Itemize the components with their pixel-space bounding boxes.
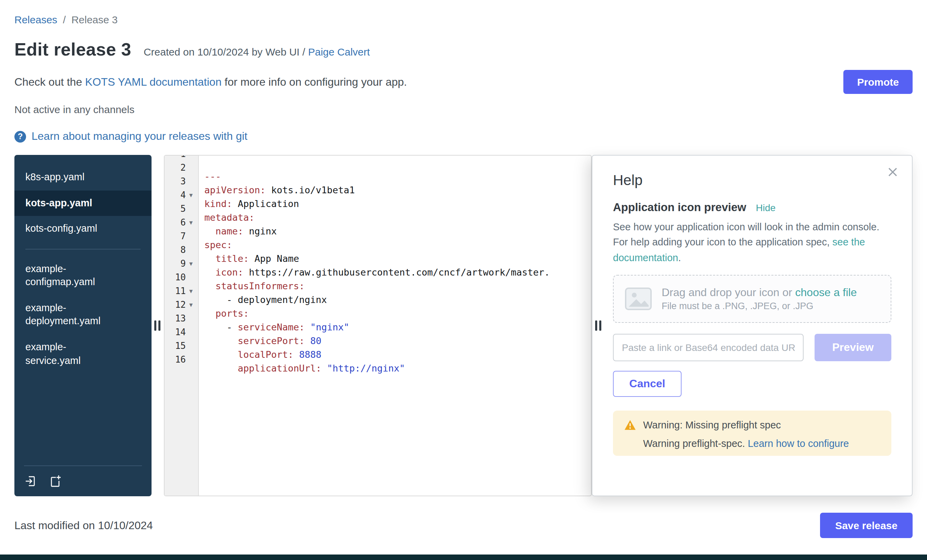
hide-link[interactable]: Hide [756, 202, 776, 213]
git-help-link[interactable]: Learn about managing your releases with … [32, 130, 248, 143]
fold-spacer [186, 202, 196, 216]
code-line[interactable] [204, 375, 591, 389]
line-number: 14 [168, 326, 186, 339]
question-circle-icon: ? [14, 131, 26, 142]
code-line[interactable]: name: nginx [204, 224, 591, 238]
kots-docs-link[interactable]: KOTS YAML documentation [85, 76, 222, 87]
code-token [204, 226, 216, 237]
code-line[interactable]: statusInformers: [204, 279, 591, 293]
sidebar-file-k8s-app.yaml[interactable]: k8s-app.yaml [14, 164, 152, 190]
fold-arrow-icon[interactable]: ▾ [186, 216, 196, 230]
bottom-strip [0, 554, 927, 560]
upload-file-icon[interactable] [24, 474, 38, 488]
breadcrumb-releases-link[interactable]: Releases [14, 14, 57, 25]
sidebar-file-kots-config.yaml[interactable]: kots-config.yaml [14, 216, 152, 241]
code-token: --- [204, 171, 221, 182]
docs-row: Check out the KOTS YAML documentation fo… [14, 70, 913, 94]
fold-spacer [186, 230, 196, 243]
icon-preview-title: Application icon preview [613, 201, 746, 214]
fold-arrow-icon[interactable]: ▾ [186, 257, 196, 271]
line-number: 7 [168, 230, 186, 243]
save-release-button[interactable]: Save release [820, 513, 913, 538]
yaml-editor[interactable]: 1234▾56▾789▾1011▾12▾13141516 ---apiVersi… [164, 155, 592, 496]
close-icon[interactable] [887, 167, 898, 178]
gutter-line: 12▾ [164, 298, 198, 312]
line-number: 11 [168, 284, 186, 298]
code-line[interactable]: ports: [204, 307, 591, 320]
gutter-line: 2 [164, 161, 198, 175]
code-line[interactable]: - serviceName: "nginx" [204, 320, 591, 334]
preview-button[interactable]: Preview [815, 334, 891, 361]
warning-body-text: Warning preflight-spec. [643, 439, 748, 449]
fold-spacer [186, 312, 196, 326]
dropzone-prompt: Drag and drop your icon or choose a file [662, 287, 857, 299]
sidebar-file-example-deployment.yaml[interactable]: example-deployment.yaml [14, 296, 152, 334]
fold-arrow-icon[interactable]: ▾ [186, 298, 196, 312]
editor-code-area[interactable]: ---apiVersion: kots.io/v1beta1kind: Appl… [199, 156, 591, 496]
git-help-row[interactable]: ? Learn about managing your releases wit… [14, 130, 913, 143]
sidebar-file-example-configmap.yaml[interactable]: example-configmap.yaml [14, 256, 152, 295]
sidebar-resize-handle[interactable] [153, 318, 162, 334]
fold-arrow-icon[interactable]: ▾ [186, 284, 196, 298]
warning-triangle-icon [624, 420, 636, 431]
code-line[interactable]: - deployment/nginx [204, 293, 591, 307]
fold-arrow-icon[interactable]: ▾ [186, 188, 196, 202]
page-content: Releases / Release 3 Edit release 3 Crea… [0, 0, 927, 496]
breadcrumb: Releases / Release 3 [14, 14, 913, 25]
release-editor-area: k8s-app.yamlkots-app.yamlkots-config.yam… [14, 155, 913, 496]
gutter-line: 11▾ [164, 284, 198, 298]
line-number: 8 [168, 243, 186, 257]
learn-configure-link[interactable]: Learn how to configure [748, 439, 849, 449]
code-line[interactable]: kind: Application [204, 197, 591, 211]
line-number: 4 [168, 188, 186, 202]
sidebar-file-kots-app.yaml[interactable]: kots-app.yaml [14, 190, 152, 216]
code-token: "http://nginx" [327, 363, 405, 373]
help-resize-handle[interactable] [594, 318, 603, 334]
help-title: Help [613, 172, 891, 188]
code-token [204, 363, 238, 373]
code-token: kots.io/v1beta1 [266, 184, 355, 195]
dropzone-hint: File must be a .PNG, .JPEG, or .JPG [662, 301, 857, 311]
fold-spacer [186, 326, 196, 339]
icon-dropzone[interactable]: Drag and drop your icon or choose a file… [613, 275, 891, 323]
code-line[interactable]: applicationUrl: "http://nginx" [204, 361, 591, 375]
code-line[interactable]: localPort: 8888 [204, 348, 591, 361]
line-number: 12 [168, 298, 186, 312]
code-line[interactable]: apiVersion: kots.io/v1beta1 [204, 183, 591, 197]
fold-spacer [186, 271, 196, 284]
gutter-line: 4▾ [164, 188, 198, 202]
code-line[interactable]: --- [204, 169, 591, 183]
help-description: See how your application icon will look … [613, 219, 891, 266]
code-token: - deployment/nginx [204, 294, 327, 305]
code-token: 8888 [299, 349, 321, 360]
new-file-icon[interactable] [49, 474, 62, 488]
gutter-line: 13 [164, 312, 198, 326]
code-token [293, 349, 299, 360]
last-modified-text: Last modified on 10/10/2024 [14, 519, 153, 531]
sidebar-file-example-service.yaml[interactable]: example-service.yaml [14, 334, 152, 373]
code-token: Application [232, 198, 299, 209]
cancel-button[interactable]: Cancel [613, 371, 682, 397]
code-line[interactable]: metadata: [204, 211, 591, 224]
app-window: Releases / Release 3 Edit release 3 Crea… [0, 0, 927, 560]
gutter-line: 3 [164, 175, 198, 188]
file-sidebar: k8s-app.yamlkots-app.yamlkots-config.yam… [14, 155, 152, 496]
choose-file-link[interactable]: choose a file [795, 287, 857, 299]
created-author-link[interactable]: Paige Calvert [308, 46, 370, 58]
code-line[interactable]: servicePort: 80 [204, 334, 591, 348]
preflight-warning: Warning: Missing preflight spec Warning … [613, 411, 891, 456]
docs-suffix: for more info on configuring your app. [222, 76, 407, 87]
promote-button[interactable]: Promote [843, 70, 913, 94]
code-line[interactable]: title: App Name [204, 252, 591, 265]
code-line[interactable]: spec: [204, 238, 591, 252]
code-line[interactable]: icon: https://raw.githubusercontent.com/… [204, 265, 591, 279]
footer-bar: Last modified on 10/10/2024 Save release [0, 513, 927, 538]
icon-url-row: Preview [613, 334, 891, 361]
gutter-line: 9▾ [164, 257, 198, 271]
code-token [204, 280, 216, 291]
docs-prefix: Check out the [14, 76, 85, 87]
icon-url-input[interactable] [613, 334, 804, 361]
code-token [204, 267, 216, 278]
warning-title: Warning: Missing preflight spec [643, 420, 781, 431]
code-token: applicationUrl: [238, 363, 322, 373]
